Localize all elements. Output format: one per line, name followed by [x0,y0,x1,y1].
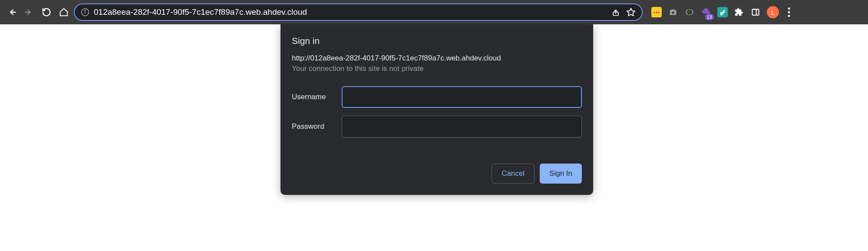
svg-point-4 [85,10,86,11]
share-icon[interactable] [611,8,620,17]
address-actions [611,7,636,17]
extension-badge: 13 [705,14,714,20]
dialog-title: Sign in [292,36,582,46]
browser-toolbar: 012a8eea-282f-4017-90f5-7c1ec7f89a7c.web… [0,0,868,24]
username-label: Username [292,93,342,101]
svg-rect-9 [752,9,759,15]
bookmark-star-icon[interactable] [626,7,636,17]
cancel-button[interactable]: Cancel [492,164,535,184]
extension-cloud-icon[interactable]: 13 [701,7,711,17]
address-text[interactable]: 012a8eea-282f-4017-90f5-7c1ec7f89a7c.web… [94,7,607,17]
dialog-buttons: Cancel Sign In [292,164,582,184]
username-input[interactable] [342,86,582,108]
svg-point-12 [788,11,790,13]
dialog-url: http://012a8eea-282f-4017-90f5-7c1ec7f89… [292,54,582,63]
svg-marker-7 [627,8,635,16]
reload-icon[interactable] [40,6,53,19]
profile-avatar[interactable]: L [767,6,779,18]
svg-point-8 [672,11,674,14]
page-content: Sign in http://012a8eea-282f-4017-90f5-7… [0,24,868,251]
extension-recycle-icon[interactable] [684,7,695,17]
address-bar[interactable]: 012a8eea-282f-4017-90f5-7c1ec7f89a7c.web… [74,3,643,21]
password-row: Password [292,116,582,137]
signin-button[interactable]: Sign In [540,164,582,184]
extension-camera-icon[interactable] [668,7,678,17]
side-panel-icon[interactable] [750,7,761,17]
profile-letter: L [771,9,775,16]
extension-icon-1[interactable]: ⋯ [651,7,662,17]
extension-area: ⋯ 13 L [646,6,793,18]
forward-icon[interactable] [23,6,36,19]
extensions-puzzle-icon[interactable] [734,7,744,17]
svg-point-13 [788,15,790,17]
nav-buttons [5,6,70,19]
site-info-icon[interactable] [81,8,89,17]
back-icon[interactable] [5,6,18,19]
username-row: Username [292,86,582,108]
extension-icon-5[interactable] [717,7,728,17]
kebab-menu-icon[interactable] [785,7,793,17]
password-input[interactable] [342,116,582,137]
svg-point-11 [788,7,790,10]
dialog-warning: Your connection to this site is not priv… [292,64,582,73]
password-label: Password [292,122,342,131]
home-icon[interactable] [57,6,70,19]
auth-dialog: Sign in http://012a8eea-282f-4017-90f5-7… [281,24,593,195]
